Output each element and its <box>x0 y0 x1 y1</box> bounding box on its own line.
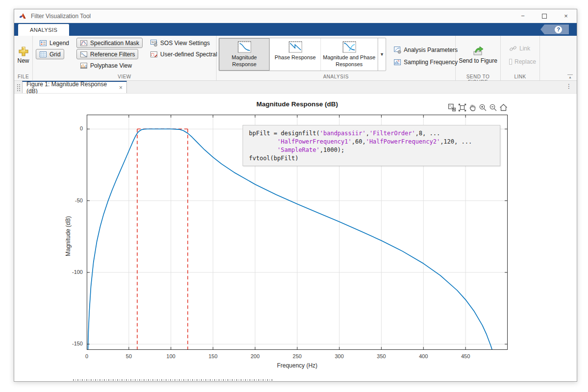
specification-mask-label: Specification Mask <box>90 40 139 47</box>
ribbon-tab-strip: ANALYSIS ? <box>14 23 577 36</box>
y-axis-label: Magnitude (dB) <box>65 190 73 283</box>
sampling-frequency-button[interactable]: fs Sampling Frequency <box>390 57 461 67</box>
reference-filters-icon <box>80 50 88 58</box>
tab-analysis[interactable]: ANALYSIS <box>18 24 69 36</box>
link-section-label: LINK <box>501 74 540 80</box>
pan-icon[interactable] <box>468 103 477 112</box>
sos-view-settings-button[interactable]: SOS SOS View Settings <box>147 38 213 48</box>
code-line: fvtool(bpFilt) <box>249 154 494 163</box>
gallery-phase-response-label: Phase Response <box>275 54 316 61</box>
document-tab-strip: Figure 1: Magnitude Response (dB) × ⋮ <box>14 81 577 94</box>
x-tick-label: 100 <box>160 353 182 359</box>
gallery-magnitude-response[interactable]: Magnitude Response <box>219 38 270 71</box>
link-button: Link <box>506 43 539 53</box>
x-tick-label: 350 <box>370 353 392 359</box>
send-to-figure-label: Send to Figure <box>459 57 497 64</box>
analysis-gallery: Magnitude Response Phase Response <box>219 38 386 71</box>
code-line: 'SampleRate',1000); <box>249 146 494 154</box>
figure-tab-label: Figure 1: Magnitude Response (dB) <box>26 81 115 95</box>
code-line: bpFilt = designfilt('bandpassiir','Filte… <box>249 129 494 138</box>
x-tick-label: 400 <box>413 353 434 359</box>
magnitude-response-icon <box>237 41 252 53</box>
legend-icon <box>39 39 47 47</box>
ribbon: New Legend Grid <box>14 36 577 74</box>
specification-mask-button[interactable]: Specification Mask <box>76 38 143 48</box>
polyphase-view-label: Polyphase View <box>90 62 132 69</box>
clipped-text-artifact <box>73 379 274 381</box>
reference-filters-label: Reference Filters <box>90 51 135 58</box>
new-button[interactable]: New <box>17 46 30 64</box>
maximize-icon <box>542 14 547 19</box>
home-icon[interactable] <box>499 103 508 112</box>
ribbon-section-view: Legend Grid Specifica <box>33 36 217 74</box>
gallery-magnitude-and-phase-label: Magnitude and Phase Responses <box>321 54 377 68</box>
link-label: Link <box>519 45 530 52</box>
polyphase-view-button[interactable]: Polyphase View <box>76 60 135 71</box>
x-tick-label: 300 <box>328 353 350 359</box>
link-icon <box>509 45 517 52</box>
replace-checkbox-icon <box>509 59 512 65</box>
x-tick-label: 50 <box>118 353 140 359</box>
figure-tab[interactable]: Figure 1: Magnitude Response (dB) × <box>22 81 127 93</box>
code-annotation[interactable]: bpFilt = designfilt('bandpassiir','Filte… <box>243 125 500 166</box>
sampling-frequency-label: Sampling Frequency <box>404 59 458 66</box>
x-tick-label: 250 <box>287 353 308 359</box>
zoom-in-icon[interactable] <box>479 103 487 112</box>
matlab-logo-icon <box>19 13 27 20</box>
help-button[interactable]: ? <box>540 24 569 34</box>
sampling-frequency-icon: fs <box>393 58 401 66</box>
export-icon[interactable] <box>448 103 456 112</box>
x-axis-label: Frequency (Hz) <box>87 362 508 369</box>
legend-button[interactable]: Legend <box>36 38 73 48</box>
replace-checkbox: Replace <box>506 56 539 67</box>
ribbon-section-analysis: Magnitude Response Phase Response <box>217 36 456 74</box>
view-section-label: VIEW <box>33 74 217 80</box>
analysis-parameters-button[interactable]: Analysis Parameters <box>390 45 461 55</box>
figure-canvas: Magnitude Response (dB) <box>14 94 577 381</box>
tab-overflow-menu[interactable]: ⋮ <box>566 83 572 90</box>
new-plus-icon <box>17 46 30 57</box>
gallery-magnitude-and-phase[interactable]: Magnitude and Phase Responses <box>321 38 378 71</box>
specification-mask-icon <box>80 39 88 47</box>
send-to-figure-button[interactable]: Send to Figure <box>459 46 497 64</box>
title-bar: Filter Visualization Tool − × <box>14 9 577 23</box>
reference-filters-button[interactable]: Reference Filters <box>76 49 138 59</box>
collapse-ribbon-button[interactable]: ▲ <box>567 74 573 79</box>
grid-label: Grid <box>49 51 61 58</box>
polyphase-view-icon <box>80 62 88 70</box>
file-section-label: FILE <box>14 74 33 80</box>
phase-response-icon <box>288 41 303 53</box>
window-title: Filter Visualization Tool <box>31 13 91 20</box>
svg-text:SOS: SOS <box>151 41 157 44</box>
send-section-label: SEND TO FIGURE <box>456 74 501 80</box>
y-tick-label: -150 <box>63 341 83 346</box>
sos-view-settings-icon: SOS <box>150 39 158 47</box>
send-to-figure-icon <box>472 46 485 56</box>
analysis-parameters-label: Analysis Parameters <box>404 47 458 53</box>
x-tick-label: 150 <box>202 353 224 359</box>
figure-tab-close-icon[interactable]: × <box>119 84 122 91</box>
plot-title: Magnitude Response (dB) <box>87 100 508 108</box>
sos-view-settings-label: SOS View Settings <box>160 40 210 47</box>
user-defined-spectral-mask-icon <box>150 50 158 58</box>
tab-strip-grip[interactable] <box>16 83 21 91</box>
gallery-phase-response[interactable]: Phase Response <box>270 38 321 71</box>
y-tick-label: 0 <box>63 125 83 131</box>
maximize-button[interactable] <box>534 9 555 23</box>
gallery-dropdown-button[interactable]: ▼ <box>378 38 386 71</box>
zoom-out-icon[interactable] <box>489 103 497 112</box>
ribbon-section-send: Send to Figure <box>456 36 501 74</box>
grid-button[interactable]: Grid <box>36 49 64 59</box>
gallery-magnitude-response-label: Magnitude Response <box>219 54 270 68</box>
grid-icon <box>39 50 47 58</box>
close-button[interactable]: × <box>555 9 577 23</box>
x-tick-label: 0 <box>76 353 98 359</box>
new-button-label: New <box>17 57 29 64</box>
legend-label: Legend <box>49 40 69 47</box>
axes-toolbar <box>448 103 508 112</box>
restore-view-icon[interactable] <box>458 103 466 112</box>
x-tick-label: 200 <box>245 353 266 359</box>
replace-label: Replace <box>514 58 536 65</box>
minimize-button[interactable]: − <box>512 9 534 23</box>
analysis-parameters-icon <box>393 46 401 54</box>
